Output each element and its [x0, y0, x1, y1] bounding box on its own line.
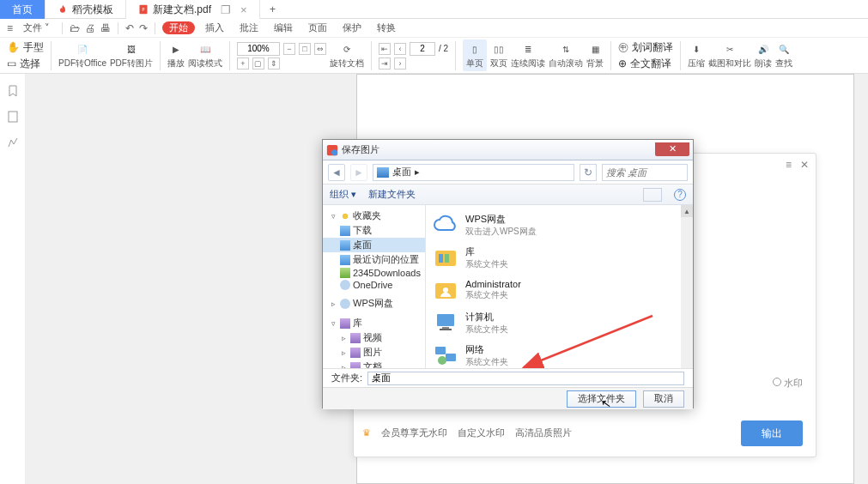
new-tab-button[interactable]: +: [260, 0, 286, 18]
tree-desktop[interactable]: 桌面: [323, 238, 425, 252]
item-library[interactable]: 库系统文件夹: [426, 241, 693, 274]
close-tab-icon[interactable]: ×: [240, 3, 247, 16]
tool-select[interactable]: ▭选择: [7, 57, 40, 71]
tree-2345downloads[interactable]: 2345Downloads: [323, 267, 425, 279]
item-computer[interactable]: 计算机系统文件夹: [426, 306, 693, 339]
breadcrumb[interactable]: 桌面 ▸: [373, 164, 574, 181]
undo-icon[interactable]: ↶: [125, 22, 134, 34]
bookmark-icon[interactable]: [6, 84, 20, 98]
svg-rect-11: [442, 327, 449, 329]
outline-icon[interactable]: [6, 136, 20, 149]
dialog-titlebar[interactable]: 保存图片 ✕: [323, 140, 693, 160]
tool-double-page[interactable]: ▯▯双页: [490, 41, 507, 70]
tool-play[interactable]: ▶播放: [167, 41, 185, 70]
star-icon: [340, 211, 350, 221]
item-administrator[interactable]: Administrator系统文件夹: [426, 274, 693, 306]
view-mode-icon[interactable]: [643, 188, 662, 202]
tool-full-translate[interactable]: ⊕全文翻译: [618, 57, 671, 71]
tool-actual-size[interactable]: □: [299, 43, 311, 55]
panel-menu-icon[interactable]: ≡: [786, 159, 792, 171]
last-page-icon[interactable]: ⇥: [379, 57, 391, 70]
hd-photo-option[interactable]: 高清品质照片: [515, 427, 572, 439]
tree-pictures[interactable]: ▹图片: [323, 345, 425, 360]
tree-videos[interactable]: ▹视频: [323, 330, 425, 345]
menu-annotate[interactable]: 批注: [234, 21, 264, 34]
menu-file[interactable]: 文件 ˅: [18, 21, 55, 34]
tree-favorites[interactable]: ▿收藏夹: [323, 209, 425, 223]
next-page-icon[interactable]: ›: [394, 57, 406, 70]
tab-home[interactable]: 首页: [0, 0, 46, 19]
help-icon[interactable]: ?: [674, 189, 686, 201]
menu-page[interactable]: 页面: [303, 21, 332, 34]
tool-hand[interactable]: ✋手型: [7, 40, 44, 55]
scrollbar[interactable]: ▲: [681, 205, 693, 368]
tab-document[interactable]: P 新建文档.pdf ❐ ×: [126, 0, 260, 19]
prev-page-icon[interactable]: ‹: [394, 43, 406, 55]
menu-edit[interactable]: 编辑: [269, 21, 298, 34]
collapse-icon[interactable]: ▿: [330, 319, 337, 327]
tab-document-label: 新建文档.pdf: [153, 3, 211, 17]
tool-autoscroll[interactable]: ⇅自动滚动: [549, 41, 583, 70]
tab-template[interactable]: 稻壳模板: [46, 0, 126, 19]
menu-start[interactable]: 开始: [162, 21, 195, 34]
open-icon[interactable]: 🗁: [70, 22, 80, 34]
nav-forward-icon[interactable]: ►: [350, 164, 367, 181]
search-input[interactable]: [602, 164, 688, 181]
expand-icon[interactable]: ▹: [330, 299, 337, 307]
custom-watermark-option[interactable]: 自定义水印: [458, 427, 505, 439]
tool-pdf-office[interactable]: 📄PDF转Office: [58, 41, 106, 70]
desktop-icon: [377, 167, 389, 178]
scroll-up-icon[interactable]: ▲: [681, 205, 693, 217]
folder-input[interactable]: [367, 372, 684, 385]
tool-pdf-image[interactable]: 🖼PDF转图片: [110, 41, 153, 70]
tree-onedrive[interactable]: OneDrive: [323, 279, 425, 291]
tree-wps[interactable]: ▹WPS网盘: [323, 296, 425, 311]
tool-find[interactable]: 🔍查找: [775, 41, 792, 70]
dialog-close-button[interactable]: ✕: [655, 142, 689, 156]
chevron-right-icon[interactable]: ▸: [415, 166, 420, 178]
new-folder-button[interactable]: 新建文件夹: [368, 188, 416, 201]
tree-downloads[interactable]: 下载: [323, 223, 425, 238]
cancel-button[interactable]: 取消: [643, 390, 684, 408]
print-icon[interactable]: 🖶: [100, 22, 111, 34]
hamburger-icon[interactable]: ≡: [7, 22, 13, 34]
redo-icon[interactable]: ↷: [139, 22, 148, 34]
tool-read-aloud[interactable]: 🔊朗读: [755, 41, 772, 70]
first-page-icon[interactable]: ⇤: [379, 43, 391, 55]
nav-back-icon[interactable]: ◄: [328, 164, 345, 181]
refresh-icon[interactable]: ↻: [580, 164, 597, 181]
thumbnail-icon[interactable]: [6, 110, 20, 124]
collapse-icon[interactable]: ▿: [330, 212, 337, 220]
tool-screenshot[interactable]: ✂截图和对比: [708, 41, 751, 70]
menu-convert[interactable]: 转换: [372, 21, 401, 34]
tree-documents[interactable]: ▹文档: [323, 360, 425, 368]
panel-close-icon[interactable]: ✕: [800, 159, 809, 171]
tool-fit-page[interactable]: ▢: [252, 57, 264, 70]
tool-single-page[interactable]: ▯单页: [463, 39, 487, 71]
menu-insert[interactable]: 插入: [200, 21, 229, 34]
tool-word-translate[interactable]: ㊥划词翻译: [618, 40, 673, 55]
tool-continuous[interactable]: ≣连续阅读: [511, 41, 545, 70]
item-wps[interactable]: WPS网盘双击进入WPS网盘: [426, 209, 693, 241]
tree-recent[interactable]: 最近访问的位置: [323, 252, 425, 267]
zoom-in-icon[interactable]: +: [237, 57, 249, 70]
save-icon[interactable]: 🖨: [85, 22, 95, 34]
watermark-option[interactable]: 水印: [769, 377, 803, 390]
tool-rotate[interactable]: ⟳旋转文档: [330, 41, 364, 70]
item-network[interactable]: 网络系统文件夹: [426, 339, 693, 368]
zoom-out-icon[interactable]: −: [283, 43, 295, 55]
tree-libraries[interactable]: ▿库: [323, 316, 425, 330]
page-input[interactable]: [410, 42, 435, 56]
tool-compress[interactable]: ⬇压缩: [688, 41, 705, 70]
menu-protect[interactable]: 保护: [337, 21, 367, 34]
restore-icon[interactable]: ❐: [221, 3, 231, 16]
tool-fit-height[interactable]: ⇕: [268, 57, 280, 70]
tool-fit-width[interactable]: ⇔: [314, 43, 326, 55]
organize-button[interactable]: 组织 ▾: [330, 188, 356, 201]
tool-read-mode[interactable]: 📖阅读模式: [188, 41, 222, 70]
zoom-input[interactable]: [237, 42, 280, 56]
no-watermark-option[interactable]: 会员尊享无水印: [381, 427, 447, 439]
tool-background[interactable]: ▦背景: [586, 41, 604, 70]
user-folder-icon: [433, 277, 458, 303]
output-button[interactable]: 输出: [741, 420, 803, 446]
